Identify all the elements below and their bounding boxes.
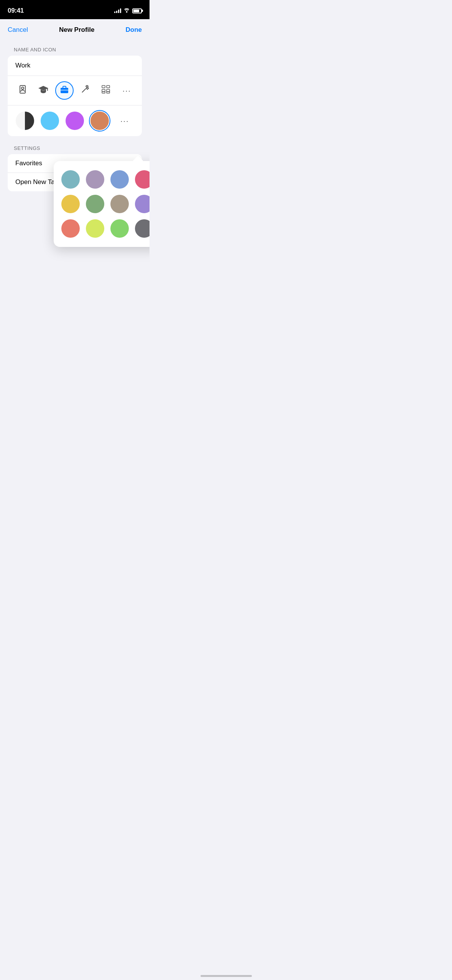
icon-person[interactable] <box>13 81 32 100</box>
svg-rect-4 <box>47 88 48 91</box>
grid-icon <box>102 85 110 96</box>
nav-bar: Cancel New Profile Done <box>0 19 150 41</box>
color-picker-dot-1[interactable] <box>86 170 104 189</box>
icon-grid[interactable] <box>97 81 115 100</box>
color-grid <box>61 170 150 238</box>
svg-point-2 <box>21 87 24 89</box>
icon-graduation[interactable] <box>34 81 53 100</box>
color-row: ··· <box>8 105 142 136</box>
person-icon <box>18 85 27 96</box>
page-title: New Profile <box>59 26 95 34</box>
profile-name-input[interactable] <box>15 62 134 69</box>
icon-row: ··· <box>8 76 142 105</box>
status-icons <box>114 8 142 14</box>
color-more[interactable]: ··· <box>115 112 134 130</box>
color-picker-dot-0[interactable] <box>61 170 80 189</box>
graduation-icon <box>38 85 48 96</box>
color-picker-dot-6[interactable] <box>110 195 129 213</box>
icon-tools[interactable] <box>76 81 94 100</box>
svg-rect-11 <box>102 92 105 93</box>
svg-rect-12 <box>107 92 110 93</box>
tools-icon <box>81 85 89 96</box>
signal-icon <box>114 8 121 13</box>
name-icon-card: ··· ··· <box>8 56 142 136</box>
svg-rect-7 <box>102 86 105 88</box>
cancel-button[interactable]: Cancel <box>8 26 28 34</box>
more-icons-label: ··· <box>122 86 131 95</box>
color-picker-popup <box>54 161 150 247</box>
name-input-row <box>8 56 142 76</box>
color-picker-dot-11[interactable] <box>135 219 150 238</box>
name-icon-label: NAME AND ICON <box>0 47 150 56</box>
color-picker-dot-10[interactable] <box>110 219 129 238</box>
color-picker-dot-7[interactable] <box>135 195 150 213</box>
svg-point-0 <box>126 11 128 13</box>
color-picker-dot-5[interactable] <box>86 195 104 213</box>
briefcase-icon <box>60 85 69 96</box>
color-picker-dot-9[interactable] <box>86 219 104 238</box>
color-picker-dot-3[interactable] <box>135 170 150 189</box>
color-picker-dot-2[interactable] <box>110 170 129 189</box>
svg-rect-10 <box>107 89 110 92</box>
more-colors-label: ··· <box>120 117 129 125</box>
settings-label: SETTINGS <box>0 145 150 154</box>
status-time: 09:41 <box>8 7 24 15</box>
icon-more[interactable]: ··· <box>118 81 136 100</box>
color-picker-dot-8[interactable] <box>61 219 80 238</box>
wifi-icon <box>123 8 130 14</box>
svg-marker-3 <box>38 86 48 90</box>
battery-icon <box>132 8 142 13</box>
color-picker-dot-4[interactable] <box>61 195 80 213</box>
status-bar: 09:41 <box>0 0 150 19</box>
color-blue[interactable] <box>41 112 59 130</box>
svg-rect-8 <box>107 86 110 88</box>
color-bw[interactable] <box>16 112 34 130</box>
svg-rect-9 <box>102 89 105 92</box>
color-orange[interactable] <box>90 112 109 130</box>
done-button[interactable]: Done <box>125 26 142 34</box>
svg-rect-5 <box>61 88 68 93</box>
color-purple[interactable] <box>66 112 84 130</box>
icon-briefcase[interactable] <box>55 81 74 100</box>
